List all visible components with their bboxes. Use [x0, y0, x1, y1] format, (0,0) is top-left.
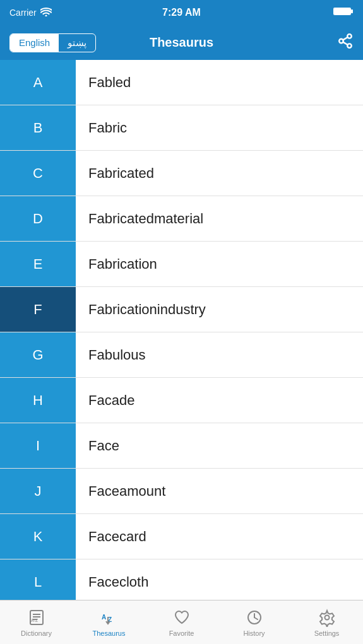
header: English پښتو Thesaurus	[0, 25, 363, 60]
row-letter: H	[0, 378, 76, 423]
favorite-icon	[172, 608, 191, 627]
history-icon	[245, 608, 264, 627]
tab-settings[interactable]: Settings	[290, 600, 363, 644]
row-letter: D	[0, 196, 76, 241]
svg-text:A-Z: A-Z	[31, 618, 39, 623]
wifi-icon	[40, 8, 52, 18]
header-title: Thesaurus	[150, 35, 213, 50]
row-letter: F	[0, 287, 76, 332]
svg-line-8	[343, 37, 347, 40]
list-row[interactable]: LFacecloth	[0, 559, 363, 600]
list-row[interactable]: DFabricatedmaterial	[0, 196, 363, 242]
svg-line-19	[254, 618, 258, 619]
list-row[interactable]: BFabric	[0, 105, 363, 151]
lang-pashto-button[interactable]: پښتو	[59, 34, 95, 52]
list-row[interactable]: EFabrication	[0, 242, 363, 287]
row-letter: I	[0, 423, 76, 468]
row-letter: C	[0, 151, 76, 196]
row-word[interactable]: Fabulous	[76, 347, 363, 363]
row-word[interactable]: Facecloth	[76, 574, 363, 590]
row-letter: L	[0, 559, 76, 600]
row-letter: K	[0, 514, 76, 559]
tab-dictionary[interactable]: A-Z Dictionary	[0, 600, 73, 644]
thesaurus-icon: A Z	[100, 608, 119, 627]
tab-dictionary-label: Dictionary	[21, 629, 52, 637]
row-word[interactable]: Faceamount	[76, 483, 363, 500]
status-time: 7:29 AM	[162, 7, 201, 18]
row-letter: G	[0, 332, 76, 377]
lang-english-button[interactable]: English	[10, 34, 59, 52]
tab-history[interactable]: History	[218, 600, 290, 644]
list-row[interactable]: JFaceamount	[0, 469, 363, 514]
row-letter: J	[0, 469, 76, 513]
tab-thesaurus[interactable]: A Z Thesaurus	[73, 600, 145, 644]
row-word[interactable]: Fabricated	[76, 165, 363, 182]
svg-line-7	[343, 42, 347, 44]
list-row[interactable]: AFabled	[0, 60, 363, 105]
list-row[interactable]: CFabricated	[0, 151, 363, 196]
svg-text:A: A	[102, 614, 106, 621]
share-button[interactable]	[337, 33, 354, 53]
list-row[interactable]: HFacade	[0, 378, 363, 423]
battery-icon	[333, 6, 354, 19]
row-word[interactable]: Fabrication	[76, 256, 363, 272]
dictionary-icon: A-Z	[27, 608, 46, 627]
language-switcher[interactable]: English پښتو	[9, 33, 96, 52]
tab-thesaurus-label: Thesaurus	[93, 629, 126, 637]
row-word[interactable]: Facecard	[76, 529, 363, 545]
list-row[interactable]: GFabulous	[0, 332, 363, 378]
word-list: AFabledBFabricCFabricatedDFabricatedmate…	[0, 60, 363, 600]
carrier-label: Carrier	[9, 8, 37, 18]
list-row[interactable]: IFace	[0, 423, 363, 469]
settings-icon	[318, 608, 336, 627]
row-word[interactable]: Face	[76, 438, 363, 454]
row-letter: B	[0, 105, 76, 150]
svg-rect-3	[334, 8, 350, 15]
tab-bar: A-Z Dictionary A Z Thesaurus Favorite Hi…	[0, 600, 363, 644]
row-word[interactable]: Facade	[76, 392, 363, 409]
list-row[interactable]: FFabricationindustry	[0, 287, 363, 332]
tab-favorite-label: Favorite	[169, 629, 194, 637]
list-row[interactable]: KFacecard	[0, 514, 363, 559]
row-word[interactable]: Fabled	[76, 74, 363, 91]
tab-favorite[interactable]: Favorite	[145, 600, 218, 644]
row-word[interactable]: Fabricatedmaterial	[76, 211, 363, 227]
row-word[interactable]: Fabric	[76, 120, 363, 136]
svg-rect-1	[351, 9, 353, 13]
row-letter: A	[0, 60, 76, 105]
status-bar: Carrier 7:29 AM	[0, 0, 363, 25]
svg-point-20	[324, 615, 329, 619]
tab-history-label: History	[243, 629, 265, 637]
status-left: Carrier	[9, 8, 52, 18]
row-letter: E	[0, 242, 76, 286]
tab-settings-label: Settings	[314, 629, 340, 637]
row-word[interactable]: Fabricationindustry	[76, 302, 363, 318]
